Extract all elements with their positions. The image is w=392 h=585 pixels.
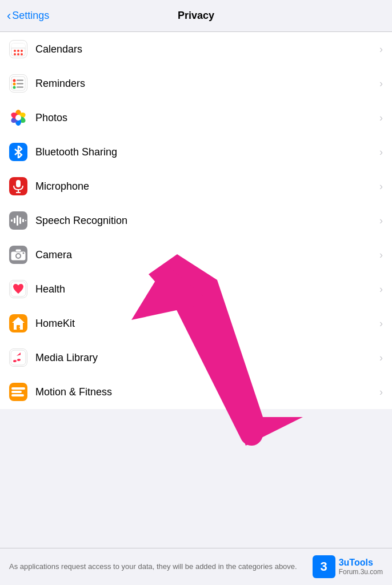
badge-number-icon: 3 [313, 555, 335, 578]
svg-rect-29 [14, 218, 15, 223]
calendars-label: Calendars [35, 43, 379, 55]
svg-rect-12 [17, 80, 23, 81]
badge-number: 3 [321, 559, 327, 574]
bluetooth-icon [9, 143, 27, 161]
svg-rect-14 [17, 83, 23, 85]
photos-label: Photos [35, 112, 379, 124]
svg-point-4 [14, 50, 16, 52]
svg-rect-16 [17, 87, 23, 88]
chevron-right-icon: › [379, 112, 383, 124]
medialibrary-label: Media Library [35, 352, 379, 364]
microphone-label: Microphone [35, 181, 379, 193]
fitness-label: Motion & Fitness [35, 386, 379, 398]
chevron-right-icon: › [379, 215, 383, 227]
3utools-badge: 3 3uTools Forum.3u.com [313, 555, 383, 578]
svg-point-5 [17, 50, 19, 52]
footer: As applications request access to your d… [0, 548, 392, 585]
chevron-right-icon: › [379, 43, 383, 55]
chevron-right-icon: › [379, 181, 383, 193]
back-label: Settings [12, 10, 49, 22]
homekit-label: HomeKit [35, 318, 379, 330]
list-item-camera[interactable]: Camera › [0, 238, 392, 272]
health-label: Health [35, 283, 379, 295]
badge-title: 3uTools [339, 558, 383, 568]
back-chevron-icon: ‹ [7, 9, 11, 23]
chevron-right-icon: › [379, 283, 383, 295]
list-item-health[interactable]: Health › [0, 272, 392, 306]
list-item-microphone[interactable]: Microphone › [0, 169, 392, 203]
photos-icon [9, 109, 27, 127]
svg-rect-31 [19, 217, 21, 224]
svg-point-9 [21, 53, 23, 55]
chevron-right-icon: › [379, 352, 383, 364]
svg-point-13 [13, 83, 16, 86]
fitness-icon [9, 383, 27, 401]
footer-text: As applications request access to your d… [9, 562, 306, 572]
camera-label: Camera [35, 249, 379, 261]
list-item-bluetooth[interactable]: Bluetooth Sharing › [0, 135, 392, 169]
speech-icon [9, 211, 27, 230]
svg-rect-30 [17, 215, 18, 226]
svg-point-11 [13, 79, 16, 82]
svg-point-38 [23, 253, 25, 254]
svg-rect-44 [11, 387, 25, 390]
list-item-medialibrary[interactable]: Media Library › [0, 340, 392, 375]
settings-list: Calendars › Reminders › [0, 32, 392, 409]
svg-rect-33 [25, 220, 26, 221]
list-item-homekit[interactable]: HomeKit › [0, 306, 392, 340]
medialibrary-icon [9, 348, 27, 367]
svg-rect-46 [11, 394, 24, 396]
svg-point-15 [13, 86, 16, 89]
svg-rect-32 [22, 219, 24, 222]
list-item-calendars[interactable]: Calendars › [0, 32, 392, 66]
page-title: Privacy [178, 10, 214, 22]
svg-point-36 [17, 254, 20, 258]
health-icon [9, 280, 27, 298]
svg-point-24 [15, 115, 21, 121]
svg-rect-45 [11, 391, 22, 393]
svg-rect-28 [11, 219, 13, 222]
svg-rect-2 [11, 46, 25, 48]
chevron-right-icon: › [379, 146, 383, 158]
svg-point-6 [21, 50, 23, 52]
list-item-reminders[interactable]: Reminders › [0, 66, 392, 101]
reminders-label: Reminders [35, 78, 379, 90]
homekit-icon [9, 314, 27, 332]
svg-rect-37 [15, 249, 21, 252]
list-item-photos[interactable]: Photos › [0, 101, 392, 135]
svg-rect-43 [11, 350, 26, 365]
list-item-speech[interactable]: Speech Recognition › [0, 203, 392, 238]
chevron-right-icon: › [379, 386, 383, 398]
calendars-icon [9, 40, 27, 58]
reminders-icon [9, 74, 27, 93]
chevron-right-icon: › [379, 249, 383, 261]
svg-point-42 [19, 327, 20, 328]
badge-subtitle: Forum.3u.com [339, 568, 383, 576]
chevron-right-icon: › [379, 78, 383, 90]
bluetooth-label: Bluetooth Sharing [35, 146, 379, 158]
svg-rect-25 [16, 180, 21, 187]
svg-point-8 [17, 53, 19, 55]
svg-point-7 [14, 53, 16, 55]
camera-icon [9, 246, 27, 264]
badge-text-block: 3uTools Forum.3u.com [339, 558, 383, 576]
navigation-header: ‹ Settings Privacy [0, 0, 392, 32]
list-item-fitness[interactable]: Motion & Fitness › [0, 375, 392, 409]
speech-label: Speech Recognition [35, 215, 379, 227]
chevron-right-icon: › [379, 318, 383, 330]
back-button[interactable]: ‹ Settings [7, 9, 49, 23]
microphone-icon [9, 177, 27, 195]
